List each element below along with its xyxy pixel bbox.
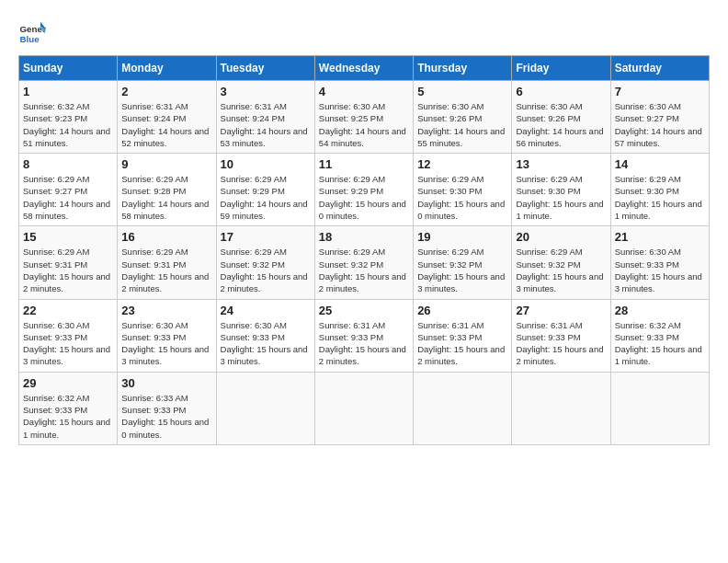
day-number: 4 <box>319 85 409 98</box>
day-number: 7 <box>615 85 705 98</box>
calendar-day-cell: 17 Sunrise: 6:29 AM Sunset: 9:32 PM Dayl… <box>216 226 314 299</box>
calendar-day-cell: 5 Sunrise: 6:30 AM Sunset: 9:26 PM Dayli… <box>414 81 512 154</box>
day-number: 29 <box>23 376 113 390</box>
calendar-week-row: 29 Sunrise: 6:32 AM Sunset: 9:33 PM Dayl… <box>19 372 710 444</box>
calendar-day-cell: 24 Sunrise: 6:30 AM Sunset: 9:33 PM Dayl… <box>216 299 314 372</box>
weekday-label: Tuesday <box>216 56 314 81</box>
day-info: Sunrise: 6:29 AM Sunset: 9:31 PM Dayligh… <box>121 246 211 294</box>
calendar-week-row: 15 Sunrise: 6:29 AM Sunset: 9:31 PM Dayl… <box>19 226 710 299</box>
day-info: Sunrise: 6:29 AM Sunset: 9:30 PM Dayligh… <box>615 173 705 222</box>
weekday-label: Thursday <box>414 56 512 81</box>
day-number: 21 <box>615 230 705 244</box>
day-number: 24 <box>221 304 311 317</box>
day-number: 23 <box>121 304 211 317</box>
calendar-day-cell: 19 Sunrise: 6:29 AM Sunset: 9:32 PM Dayl… <box>414 226 512 299</box>
day-info: Sunrise: 6:31 AM Sunset: 9:33 PM Dayligh… <box>319 319 409 368</box>
calendar-day-cell <box>216 372 314 444</box>
calendar-day-cell: 9 Sunrise: 6:29 AM Sunset: 9:28 PM Dayli… <box>118 154 216 226</box>
day-info: Sunrise: 6:30 AM Sunset: 9:26 PM Dayligh… <box>417 100 507 149</box>
logo: General Blue <box>18 18 46 46</box>
day-info: Sunrise: 6:29 AM Sunset: 9:32 PM Dayligh… <box>417 246 507 294</box>
calendar-day-cell <box>610 372 709 444</box>
day-info: Sunrise: 6:30 AM Sunset: 9:33 PM Dayligh… <box>615 246 705 294</box>
day-info: Sunrise: 6:29 AM Sunset: 9:32 PM Dayligh… <box>221 246 311 294</box>
day-number: 13 <box>516 157 606 171</box>
day-number: 30 <box>121 376 211 390</box>
day-info: Sunrise: 6:30 AM Sunset: 9:33 PM Dayligh… <box>221 319 311 368</box>
weekday-header-row: SundayMondayTuesdayWednesdayThursdayFrid… <box>19 56 710 81</box>
day-number: 14 <box>615 157 705 171</box>
day-info: Sunrise: 6:29 AM Sunset: 9:32 PM Dayligh… <box>516 246 606 294</box>
day-number: 28 <box>615 304 705 317</box>
weekday-label: Wednesday <box>314 56 413 81</box>
day-number: 2 <box>121 85 211 98</box>
calendar-day-cell: 15 Sunrise: 6:29 AM Sunset: 9:31 PM Dayl… <box>19 226 118 299</box>
calendar-day-cell: 16 Sunrise: 6:29 AM Sunset: 9:31 PM Dayl… <box>118 226 216 299</box>
day-info: Sunrise: 6:32 AM Sunset: 9:33 PM Dayligh… <box>615 319 705 368</box>
calendar-day-cell: 4 Sunrise: 6:30 AM Sunset: 9:25 PM Dayli… <box>314 81 413 154</box>
svg-text:Blue: Blue <box>20 34 40 44</box>
day-number: 10 <box>221 157 311 171</box>
calendar-day-cell <box>512 372 610 444</box>
day-number: 16 <box>121 230 211 244</box>
day-number: 12 <box>417 157 507 171</box>
day-info: Sunrise: 6:33 AM Sunset: 9:33 PM Dayligh… <box>121 392 211 441</box>
calendar-day-cell: 18 Sunrise: 6:29 AM Sunset: 9:32 PM Dayl… <box>314 226 413 299</box>
day-info: Sunrise: 6:30 AM Sunset: 9:25 PM Dayligh… <box>319 100 409 149</box>
calendar-day-cell: 1 Sunrise: 6:32 AM Sunset: 9:23 PM Dayli… <box>19 81 118 154</box>
calendar-day-cell: 8 Sunrise: 6:29 AM Sunset: 9:27 PM Dayli… <box>19 154 118 226</box>
day-number: 19 <box>417 230 507 244</box>
day-info: Sunrise: 6:31 AM Sunset: 9:33 PM Dayligh… <box>516 319 606 368</box>
day-number: 3 <box>221 85 311 98</box>
calendar-table: SundayMondayTuesdayWednesdayThursdayFrid… <box>18 55 710 445</box>
day-info: Sunrise: 6:30 AM Sunset: 9:33 PM Dayligh… <box>121 319 211 368</box>
calendar-day-cell: 12 Sunrise: 6:29 AM Sunset: 9:30 PM Dayl… <box>414 154 512 226</box>
day-info: Sunrise: 6:31 AM Sunset: 9:24 PM Dayligh… <box>121 100 211 149</box>
calendar-day-cell: 7 Sunrise: 6:30 AM Sunset: 9:27 PM Dayli… <box>610 81 709 154</box>
page-header: General Blue <box>18 18 710 46</box>
calendar-week-row: 1 Sunrise: 6:32 AM Sunset: 9:23 PM Dayli… <box>19 81 710 154</box>
calendar-day-cell: 28 Sunrise: 6:32 AM Sunset: 9:33 PM Dayl… <box>610 299 709 372</box>
calendar-day-cell: 22 Sunrise: 6:30 AM Sunset: 9:33 PM Dayl… <box>19 299 118 372</box>
day-number: 9 <box>121 157 211 171</box>
calendar-week-row: 8 Sunrise: 6:29 AM Sunset: 9:27 PM Dayli… <box>19 154 710 226</box>
day-info: Sunrise: 6:30 AM Sunset: 9:33 PM Dayligh… <box>23 319 113 368</box>
calendar-day-cell: 6 Sunrise: 6:30 AM Sunset: 9:26 PM Dayli… <box>512 81 610 154</box>
day-info: Sunrise: 6:32 AM Sunset: 9:23 PM Dayligh… <box>23 100 113 149</box>
weekday-label: Monday <box>118 56 216 81</box>
logo-icon: General Blue <box>18 18 46 46</box>
calendar-day-cell: 11 Sunrise: 6:29 AM Sunset: 9:29 PM Dayl… <box>314 154 413 226</box>
day-info: Sunrise: 6:29 AM Sunset: 9:32 PM Dayligh… <box>319 246 409 294</box>
calendar-day-cell: 2 Sunrise: 6:31 AM Sunset: 9:24 PM Dayli… <box>118 81 216 154</box>
day-number: 6 <box>516 85 606 98</box>
calendar-day-cell: 14 Sunrise: 6:29 AM Sunset: 9:30 PM Dayl… <box>610 154 709 226</box>
day-number: 22 <box>23 304 113 317</box>
day-number: 25 <box>319 304 409 317</box>
day-number: 17 <box>221 230 311 244</box>
day-info: Sunrise: 6:29 AM Sunset: 9:28 PM Dayligh… <box>121 173 211 222</box>
calendar-day-cell: 3 Sunrise: 6:31 AM Sunset: 9:24 PM Dayli… <box>216 81 314 154</box>
weekday-label: Sunday <box>19 56 118 81</box>
calendar-day-cell <box>414 372 512 444</box>
calendar-body: 1 Sunrise: 6:32 AM Sunset: 9:23 PM Dayli… <box>19 81 710 445</box>
day-info: Sunrise: 6:32 AM Sunset: 9:33 PM Dayligh… <box>23 392 113 441</box>
day-info: Sunrise: 6:29 AM Sunset: 9:29 PM Dayligh… <box>319 173 409 222</box>
calendar-day-cell: 10 Sunrise: 6:29 AM Sunset: 9:29 PM Dayl… <box>216 154 314 226</box>
day-number: 18 <box>319 230 409 244</box>
day-info: Sunrise: 6:29 AM Sunset: 9:31 PM Dayligh… <box>23 246 113 294</box>
calendar-day-cell: 27 Sunrise: 6:31 AM Sunset: 9:33 PM Dayl… <box>512 299 610 372</box>
calendar-day-cell: 21 Sunrise: 6:30 AM Sunset: 9:33 PM Dayl… <box>610 226 709 299</box>
day-info: Sunrise: 6:30 AM Sunset: 9:26 PM Dayligh… <box>516 100 606 149</box>
day-info: Sunrise: 6:29 AM Sunset: 9:27 PM Dayligh… <box>23 173 113 222</box>
day-number: 1 <box>23 85 113 98</box>
calendar-day-cell: 13 Sunrise: 6:29 AM Sunset: 9:30 PM Dayl… <box>512 154 610 226</box>
calendar-day-cell: 20 Sunrise: 6:29 AM Sunset: 9:32 PM Dayl… <box>512 226 610 299</box>
day-number: 5 <box>417 85 507 98</box>
day-info: Sunrise: 6:29 AM Sunset: 9:30 PM Dayligh… <box>516 173 606 222</box>
day-info: Sunrise: 6:31 AM Sunset: 9:33 PM Dayligh… <box>417 319 507 368</box>
day-info: Sunrise: 6:29 AM Sunset: 9:30 PM Dayligh… <box>417 173 507 222</box>
calendar-day-cell: 25 Sunrise: 6:31 AM Sunset: 9:33 PM Dayl… <box>314 299 413 372</box>
day-number: 11 <box>319 157 409 171</box>
day-number: 20 <box>516 230 606 244</box>
day-info: Sunrise: 6:29 AM Sunset: 9:29 PM Dayligh… <box>221 173 311 222</box>
